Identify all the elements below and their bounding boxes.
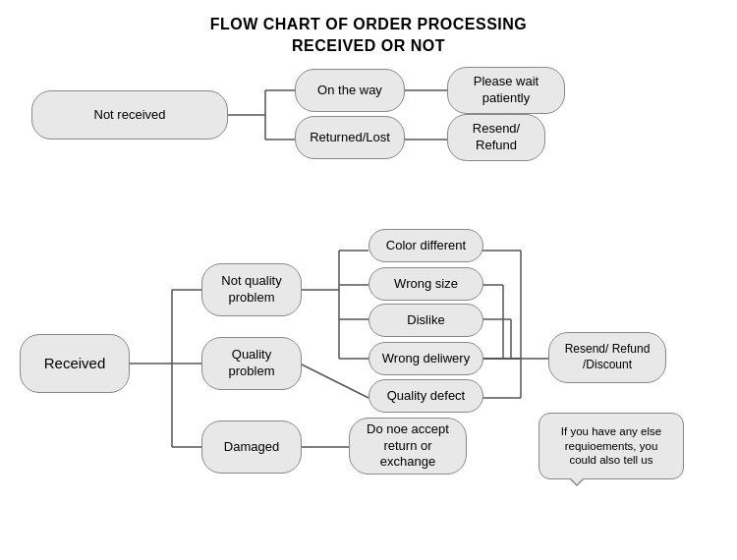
returned-lost-box: Returned/Lost	[295, 116, 405, 159]
wrong-delivery-box: Wrong deliwery	[368, 342, 483, 375]
wrong-size-box: Wrong size	[368, 267, 483, 301]
dislike-box: Dislike	[368, 304, 483, 337]
not-received-box: Not received	[31, 90, 228, 140]
color-different-box: Color different	[368, 229, 483, 262]
not-quality-problem-box: Not quality problem	[201, 263, 302, 316]
quality-defect-box: Quality defect	[368, 379, 483, 413]
please-wait-box: Please wait patiently	[447, 67, 565, 114]
received-box: Received	[20, 334, 130, 393]
quality-problem-box: Quality problem	[201, 337, 302, 390]
svg-line-17	[300, 364, 368, 398]
damaged-box: Damaged	[201, 420, 302, 474]
on-the-way-box: On the way	[295, 69, 405, 112]
page-title: FLOW CHART OF ORDER PROCESSING RECEIVED …	[0, 0, 737, 58]
do-not-accept-box: Do noe accept return or exchange	[349, 418, 467, 475]
resend-refund-top-box: Resend/ Refund	[447, 114, 545, 161]
speech-bubble: If you have any else requioements, you c…	[539, 413, 684, 479]
resend-refund-discount-box: Resend/ Refund /Discount	[548, 332, 666, 383]
